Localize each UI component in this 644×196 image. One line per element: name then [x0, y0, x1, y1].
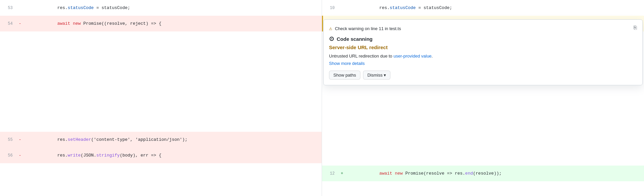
line-content-r12: await new Promise(resolve => res.end(res… [345, 166, 644, 181]
show-paths-button[interactable]: Show paths [329, 71, 360, 80]
line-number-r12: 12 [322, 171, 339, 176]
line-content-r10: res.statusCode = statusCode; [345, 0, 644, 15]
line-number-54: 54 [0, 21, 17, 26]
diff-view: 53 res.statusCode = statusCode; 54 - awa… [0, 0, 644, 196]
code-line-53: 53 res.statusCode = statusCode; [0, 0, 322, 16]
code-line-56: 56 - res.write(JSON.stringify(body), err… [0, 148, 322, 163]
popup-header: ⚠️ Check warning on line 11 in test.ts ⎘ [329, 25, 637, 32]
dismiss-label: Dismiss [367, 73, 383, 78]
alert-title: Server-side URL redirect [329, 44, 637, 50]
left-diff-panel: 53 res.statusCode = statusCode; 54 - awa… [0, 0, 322, 196]
dismiss-button[interactable]: Dismiss ▾ [363, 71, 391, 80]
code-line-55: 55 - res.setHeader('content-type', 'appl… [0, 132, 322, 148]
description-text: Untrusted URL redirection due to [329, 54, 393, 59]
dismiss-dropdown-arrow-icon: ▾ [384, 73, 386, 78]
line-number-56: 56 [0, 153, 17, 158]
line-number-53: 53 [0, 6, 17, 10]
line-content-56: res.write(JSON.stringify(body), err => { [23, 148, 322, 163]
warning-popup: ⚠️ Check warning on line 11 in test.ts ⎘… [323, 19, 643, 85]
line-content-54: await new Promise((resolve, reject) => { [23, 16, 322, 31]
show-more-details-link[interactable]: Show more details [329, 61, 637, 66]
action-buttons: Show paths Dismiss ▾ [329, 71, 637, 80]
line-marker-56: - [17, 153, 23, 158]
code-line-r10: 10 res.statusCode = statusCode; [322, 0, 644, 16]
alert-description: Untrusted URL redirection due to user-pr… [329, 53, 637, 60]
code-scanning-row: ⊙ Code scanning [329, 35, 637, 42]
line-content-55: res.setHeader('content-type', 'applicati… [23, 132, 322, 147]
github-icon: ⊙ [329, 35, 334, 42]
warning-triangle-icon: ⚠️ [329, 25, 332, 32]
description-end: . [431, 54, 433, 59]
line-marker-55: - [17, 137, 23, 142]
right-diff-panel: 10 res.statusCode = statusCode; 11 + res… [322, 0, 644, 196]
left-popup-spacer [0, 31, 322, 132]
warning-title-row: ⚠️ Check warning on line 11 in test.ts [329, 25, 401, 32]
line-number-r10: 10 [322, 6, 339, 10]
code-scanning-label: Code scanning [337, 36, 373, 42]
copy-icon[interactable]: ⎘ [634, 25, 637, 31]
line-marker-54: - [17, 21, 23, 26]
line-content-53: res.statusCode = statusCode; [23, 0, 322, 15]
line-marker-r12: + [339, 171, 345, 176]
user-provided-value-link[interactable]: user-provided value [393, 54, 431, 59]
line-number-55: 55 [0, 137, 17, 142]
code-line-r12: 12 + await new Promise(resolve => res.en… [322, 166, 644, 181]
warning-location-text: Check warning on line 11 in test.ts [335, 26, 401, 31]
code-line-54: 54 - await new Promise((resolve, reject)… [0, 16, 322, 31]
